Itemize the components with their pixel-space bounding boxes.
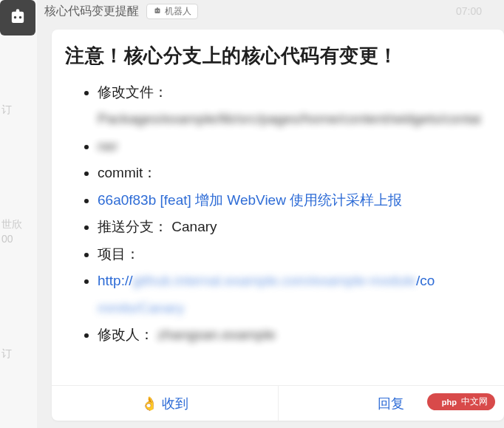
blurred-url-2: mmits/Canary	[98, 295, 184, 322]
commit-link[interactable]: 66a0f83b [feat] 增加 WebView 使用统计采样上报	[98, 192, 402, 208]
list-item-commit-link[interactable]: 66a0f83b [feat] 增加 WebView 使用统计采样上报	[98, 187, 488, 214]
sender-name: 核心代码变更提醒	[44, 4, 139, 19]
push-branch-label: 推送分支：	[98, 219, 168, 234]
detail-list: 修改文件： Packages/example/lib/src/pages/hom…	[65, 79, 488, 349]
list-item-modified-files-label: 修改文件：	[98, 79, 488, 106]
list-item-modifier: 修改人： zhangsan.example	[98, 322, 488, 348]
message-header: 核心代码变更提醒 机器人 07:00	[44, 0, 504, 22]
bot-tag: 机器人	[146, 4, 198, 19]
list-item-push-branch: 推送分支： Canary	[98, 214, 488, 240]
push-branch-value: Canary	[171, 219, 217, 234]
watermark-badge: 中文网	[427, 393, 495, 410]
modifier-label: 修改人：	[98, 327, 154, 342]
list-item-project-label: 项目：	[98, 241, 488, 268]
bot-tag-label: 机器人	[165, 5, 191, 18]
list-item-project-url[interactable]: http://github.internal.example.com/examp…	[98, 268, 488, 322]
blurred-url: github.internal.example.com/example-modu…	[133, 268, 416, 294]
ok-hand-icon: 👌	[141, 395, 157, 412]
project-url-prefix[interactable]: http://	[98, 273, 133, 288]
sidebar-hint: 订	[1, 103, 12, 117]
sidebar-background	[0, 0, 37, 428]
sidebar-hint: 00	[1, 233, 13, 245]
blurred-modifier: zhangsan.example	[157, 322, 276, 348]
received-label: 收到	[162, 395, 188, 412]
robot-icon	[7, 7, 28, 28]
reply-label: 回复	[378, 395, 404, 412]
sidebar-hint: 订	[1, 347, 12, 361]
list-item-modified-files: Packages/example/lib/src/pages/home/cont…	[98, 106, 488, 160]
project-url-mid[interactable]: /co	[416, 273, 435, 288]
watermark-text: 中文网	[461, 395, 488, 408]
card-content: 注意！核心分支上的核心代码有变更！ 修改文件： Packages/example…	[52, 30, 504, 385]
sidebar-hint: 世欣	[1, 218, 22, 231]
blurred-filepath: Packages/example/lib/src/pages/home/cont…	[98, 106, 488, 160]
bot-avatar	[0, 0, 35, 35]
received-button[interactable]: 👌 收到	[52, 386, 279, 421]
robot-icon	[153, 7, 162, 16]
list-item-commit-label: commit：	[98, 160, 488, 186]
alert-title: 注意！核心分支上的核心代码有变更！	[65, 43, 488, 69]
notification-card: 注意！核心分支上的核心代码有变更！ 修改文件： Packages/example…	[52, 30, 504, 421]
timestamp: 07:00	[456, 5, 482, 17]
